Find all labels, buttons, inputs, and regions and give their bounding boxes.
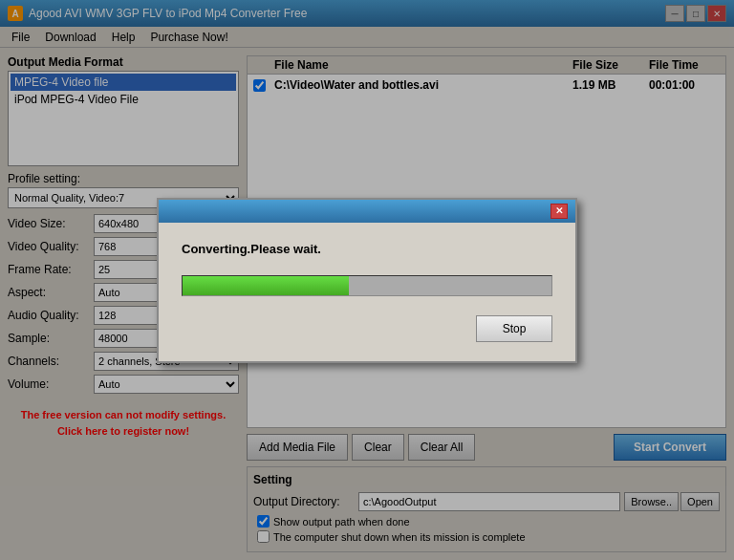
converting-modal: ✕ Converting.Please wait. Stop	[157, 198, 577, 363]
modal-close-button[interactable]: ✕	[550, 204, 568, 219]
modal-body: Converting.Please wait. Stop	[159, 223, 575, 361]
stop-button[interactable]: Stop	[476, 315, 552, 342]
progress-container	[182, 275, 552, 296]
modal-footer: Stop	[182, 315, 552, 342]
modal-title-bar: ✕	[159, 200, 575, 223]
converting-message: Converting.Please wait.	[182, 242, 552, 256]
modal-overlay: ✕ Converting.Please wait. Stop	[0, 0, 734, 560]
progress-bar	[183, 276, 349, 295]
